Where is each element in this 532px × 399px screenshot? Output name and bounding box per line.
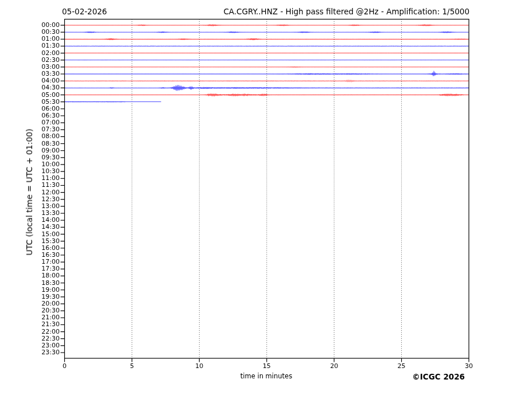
x-tick-label: 0	[63, 363, 67, 370]
y-tick-label: 18:30	[41, 280, 60, 287]
x-tick-label: 15	[263, 363, 271, 370]
y-tick-label: 04:30	[41, 84, 60, 91]
y-tick-label: 08:00	[41, 133, 60, 140]
y-tick-label: 14:30	[41, 224, 60, 230]
y-tick-label: 18:00	[41, 272, 60, 279]
y-tick-label: 12:00	[41, 189, 60, 196]
y-tick-label: 08:30	[41, 140, 60, 147]
x-tick-label: 10	[195, 363, 203, 370]
y-tick-label: 01:30	[41, 42, 60, 49]
y-tick-label: 22:30	[41, 335, 60, 342]
y-tick-label: 02:30	[41, 57, 60, 64]
y-tick-label: 15:30	[41, 238, 60, 245]
y-tick-label: 12:30	[41, 196, 60, 203]
y-tick-label: 09:00	[41, 147, 60, 154]
x-tick-label: 30	[465, 363, 473, 370]
y-tick-label: 15:00	[41, 231, 60, 238]
x-axis-label: time in minutes	[240, 372, 292, 380]
y-axis-label: UTC (local time = UTC + 01:00)	[25, 128, 34, 255]
y-tick-label: 22:00	[41, 328, 60, 335]
y-tick-label: 06:00	[41, 105, 60, 112]
y-tick-label: 21:30	[41, 321, 60, 328]
y-tick-label: 19:00	[41, 287, 60, 294]
y-tick-label: 11:30	[41, 182, 60, 189]
y-tick-label: 02:00	[41, 50, 60, 57]
helicorder-figure: 05-02-2026 CA.CGRY..HNZ - High pass filt…	[0, 0, 532, 399]
helicorder-plot-canvas	[0, 0, 532, 399]
x-tick-label: 25	[398, 363, 406, 370]
date-title: 05-02-2026	[62, 7, 107, 16]
y-tick-label: 23:30	[41, 349, 60, 356]
y-tick-label: 05:00	[41, 92, 60, 99]
y-tick-label: 16:00	[41, 245, 60, 252]
x-tick-label: 20	[330, 363, 338, 370]
copyright-text: ©ICGC 2026	[412, 372, 465, 381]
x-tick-label: 5	[130, 363, 134, 370]
y-tick-label: 05:30	[41, 99, 60, 105]
station-title: CA.CGRY..HNZ - High pass filtered @2Hz -…	[223, 7, 469, 16]
